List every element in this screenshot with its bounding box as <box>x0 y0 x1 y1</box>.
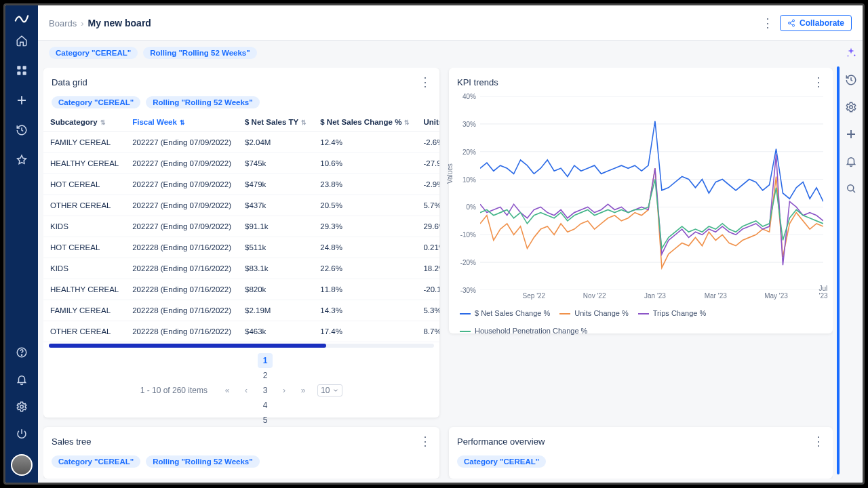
bell-icon[interactable] <box>15 373 28 386</box>
svg-rect-3 <box>23 72 26 75</box>
legend-item[interactable]: $ Net Sales Change % <box>460 309 550 317</box>
page-header: Boards›My new board ⋮ Collaborate <box>38 5 863 41</box>
table-row[interactable]: OTHER CEREAL202228 (Ending 07/16/2022)$4… <box>43 321 439 342</box>
right-tools-rail <box>840 34 863 195</box>
card-title: KPI trends <box>457 77 498 87</box>
gear-icon[interactable] <box>15 400 28 413</box>
help-icon[interactable] <box>15 346 28 359</box>
home-icon[interactable] <box>15 34 28 47</box>
chart-legend: $ Net Sales Change %Units Change %Trips … <box>449 293 833 340</box>
column-header[interactable]: Units Change %⇅ <box>416 113 439 132</box>
y-tick-label: 10% <box>450 176 476 183</box>
x-tick-label: Jul '23 <box>818 285 827 300</box>
filter-chip-category[interactable]: Category "CEREAL" <box>49 47 138 59</box>
filter-chip-rolling[interactable]: Rolling "Rolling 52 Weeks" <box>146 455 259 468</box>
card-menu-icon[interactable]: ⋮ <box>812 75 825 89</box>
apps-icon[interactable] <box>15 64 28 77</box>
y-tick-label: 20% <box>450 148 476 155</box>
svg-point-11 <box>848 56 849 57</box>
svg-point-6 <box>20 405 24 409</box>
table-row[interactable]: FAMILY CEREAL202227 (Ending 07/09/2022)$… <box>43 132 439 153</box>
pager-last-icon[interactable]: » <box>296 383 311 398</box>
card-menu-icon[interactable]: ⋮ <box>419 75 431 89</box>
card-menu-icon[interactable]: ⋮ <box>419 434 431 449</box>
y-tick-label: -20% <box>450 259 476 266</box>
column-header[interactable]: Subcategory⇅ <box>43 113 125 132</box>
collaborate-button[interactable]: Collaborate <box>780 15 852 31</box>
column-header[interactable]: $ Net Sales Change %⇅ <box>313 113 416 132</box>
card-performance-overview: Performance overview⋮ Category "CEREAL" <box>449 427 833 479</box>
table-row[interactable]: HEALTHY CEREAL202228 (Ending 07/16/2022)… <box>43 279 439 300</box>
svg-rect-2 <box>17 72 20 75</box>
filter-chip-rolling[interactable]: Rolling "Rolling 52 Weeks" <box>146 96 259 108</box>
table-row[interactable]: HOT CEREAL202227 (Ending 07/09/2022)$479… <box>43 174 439 195</box>
svg-point-13 <box>848 185 854 191</box>
kpi-chart: Values -30%-20%-10%0%10%20%30%40%Sep '22… <box>480 96 823 290</box>
card-title: Sales tree <box>52 436 92 447</box>
sparkle-icon[interactable] <box>844 46 858 60</box>
star-icon[interactable] <box>15 153 28 167</box>
legend-item[interactable]: Units Change % <box>559 309 629 317</box>
chevron-down-icon <box>332 387 339 394</box>
data-grid-table: Subcategory⇅Fiscal Week⇅$ Net Sales TY⇅$… <box>43 113 439 342</box>
header-menu-icon[interactable]: ⋮ <box>761 16 774 30</box>
x-tick-label: Sep '22 <box>523 292 546 300</box>
x-tick-label: May '23 <box>764 292 788 300</box>
pager-page[interactable]: 3 <box>258 383 273 398</box>
pager-prev-icon[interactable]: ‹ <box>239 383 254 398</box>
y-tick-label: 40% <box>450 93 476 100</box>
table-row[interactable]: KIDS202227 (Ending 07/09/2022)$91.1k29.3… <box>43 216 439 237</box>
y-tick-label: -30% <box>450 287 476 294</box>
x-tick-label: Jan '23 <box>644 292 666 300</box>
page-size-select[interactable]: 10 <box>317 384 342 396</box>
gear-icon[interactable] <box>844 100 858 114</box>
card-sales-tree: Sales tree⋮ Category "CEREAL" Rolling "R… <box>43 427 439 479</box>
card-menu-icon[interactable]: ⋮ <box>812 434 825 449</box>
app-logo <box>14 11 29 26</box>
inspect-icon[interactable] <box>844 182 858 195</box>
horizontal-scrollbar[interactable] <box>49 344 434 348</box>
svg-point-8 <box>788 22 790 24</box>
svg-point-9 <box>792 24 794 26</box>
card-title: Performance overview <box>457 436 545 447</box>
filter-chip-category[interactable]: Category "CEREAL" <box>52 455 140 468</box>
table-row[interactable]: KIDS202228 (Ending 07/16/2022)$83.1k22.6… <box>43 258 439 279</box>
pager-page[interactable]: 5 <box>258 413 273 428</box>
filter-chip-category[interactable]: Category "CEREAL" <box>457 455 546 468</box>
table-row[interactable]: HEALTHY CEREAL202227 (Ending 07/09/2022)… <box>43 153 439 174</box>
svg-rect-0 <box>17 66 20 69</box>
column-header[interactable]: Fiscal Week⇅ <box>125 113 238 132</box>
bell-icon[interactable] <box>844 155 858 168</box>
table-row[interactable]: HOT CEREAL202228 (Ending 07/16/2022)$511… <box>43 237 439 258</box>
pager: 1 - 10 of 260 items « ‹ 12345 › » 10 <box>43 348 439 434</box>
add-icon[interactable] <box>15 94 28 107</box>
pager-next-icon[interactable]: › <box>277 383 292 398</box>
avatar[interactable] <box>11 454 33 476</box>
pager-page[interactable]: 2 <box>258 368 273 383</box>
pager-info: 1 - 10 of 260 items <box>140 386 208 395</box>
page-title: My new board <box>88 18 151 28</box>
table-row[interactable]: FAMILY CEREAL202228 (Ending 07/16/2022)$… <box>43 300 439 321</box>
svg-point-5 <box>21 354 22 355</box>
history-icon[interactable] <box>844 73 858 87</box>
card-title: Data grid <box>52 77 87 87</box>
card-data-grid: Data grid⋮ Category "CEREAL" Rolling "Ro… <box>43 68 439 418</box>
add-icon[interactable] <box>844 127 858 141</box>
card-kpi-trends: KPI trends⋮ Values -30%-20%-10%0%10%20%3… <box>449 68 833 333</box>
filter-chip-rolling[interactable]: Rolling "Rolling 52 Weeks" <box>143 47 256 59</box>
history-icon[interactable] <box>15 123 28 137</box>
board-filters: Category "CEREAL" Rolling "Rolling 52 We… <box>38 41 835 65</box>
y-tick-label: 0% <box>450 203 476 211</box>
column-header[interactable]: $ Net Sales TY⇅ <box>238 113 313 132</box>
table-row[interactable]: OTHER CEREAL202227 (Ending 07/09/2022)$4… <box>43 195 439 216</box>
pager-page[interactable]: 4 <box>258 398 273 413</box>
x-tick-label: Mar '23 <box>705 292 727 300</box>
filter-chip-category[interactable]: Category "CEREAL" <box>52 96 140 108</box>
pager-first-icon[interactable]: « <box>220 383 235 398</box>
svg-rect-1 <box>23 66 26 69</box>
legend-item[interactable]: Household Penetration Change % <box>460 327 587 335</box>
breadcrumb[interactable]: Boards›My new board <box>49 18 151 28</box>
legend-item[interactable]: Trips Change % <box>638 309 706 317</box>
pager-page[interactable]: 1 <box>258 353 273 368</box>
power-icon[interactable] <box>15 427 28 441</box>
